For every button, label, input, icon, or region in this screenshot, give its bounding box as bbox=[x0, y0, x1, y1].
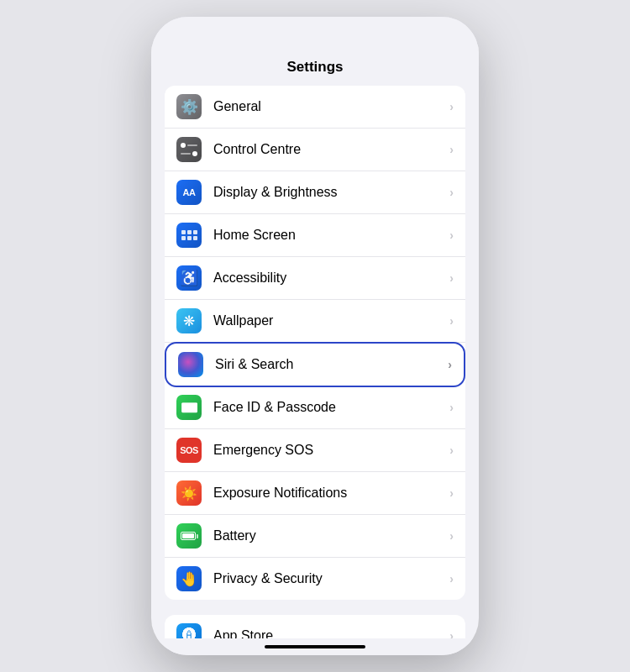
settings-row-siri[interactable]: Siri & Search › bbox=[165, 342, 465, 387]
appstore-chevron: › bbox=[449, 629, 454, 638]
exposure-icon: ☀️ bbox=[176, 480, 202, 506]
faceid-icon: 🪪 bbox=[176, 395, 202, 420]
siri-icon bbox=[178, 352, 203, 377]
appstore-label: App Store bbox=[213, 628, 449, 638]
settings-group-store: 🅐 App Store › 👛 Wallet & Apple Pay › bbox=[165, 615, 465, 638]
accessibility-icon: ♿ bbox=[176, 265, 202, 291]
faceid-label: Face ID & Passcode bbox=[213, 400, 449, 415]
settings-row-privacy[interactable]: 🤚 Privacy & Security › bbox=[165, 558, 465, 600]
settings-group-main: ⚙️ General › bbox=[165, 86, 465, 600]
battery-icon bbox=[176, 523, 202, 549]
general-label: General bbox=[213, 99, 449, 114]
sos-chevron: › bbox=[449, 444, 454, 457]
settings-row-general[interactable]: ⚙️ General › bbox=[165, 86, 465, 129]
siri-chevron: › bbox=[448, 358, 452, 371]
wallpaper-label: Wallpaper bbox=[213, 313, 449, 328]
sos-label: Emergency SOS bbox=[213, 443, 449, 458]
homescreen-icon bbox=[176, 223, 202, 248]
battery-label: Battery bbox=[213, 528, 449, 543]
settings-row-homescreen[interactable]: Home Screen › bbox=[165, 214, 465, 257]
control-label: Control Centre bbox=[213, 142, 449, 157]
settings-row-appstore[interactable]: 🅐 App Store › bbox=[165, 615, 465, 638]
battery-chevron: › bbox=[449, 529, 454, 543]
home-indicator bbox=[265, 645, 365, 648]
display-label: Display & Brightness bbox=[213, 185, 449, 200]
page-title-bar: Settings bbox=[151, 54, 479, 86]
settings-row-battery[interactable]: Battery › bbox=[165, 515, 465, 558]
homescreen-chevron: › bbox=[449, 228, 454, 242]
accessibility-chevron: › bbox=[449, 271, 454, 285]
wallpaper-icon: ❋ bbox=[176, 308, 202, 333]
sos-icon: SOS bbox=[176, 438, 202, 463]
display-icon: AA bbox=[176, 180, 202, 205]
bottom-bar bbox=[151, 638, 479, 655]
accessibility-label: Accessibility bbox=[213, 270, 449, 286]
exposure-label: Exposure Notifications bbox=[213, 486, 449, 501]
settings-row-faceid[interactable]: 🪪 Face ID & Passcode › bbox=[165, 386, 465, 429]
siri-label: Siri & Search bbox=[215, 357, 448, 372]
privacy-chevron: › bbox=[449, 572, 454, 585]
settings-row-exposure[interactable]: ☀️ Exposure Notifications › bbox=[165, 472, 465, 515]
control-icon bbox=[176, 137, 202, 162]
privacy-label: Privacy & Security bbox=[213, 571, 449, 586]
appstore-icon: 🅐 bbox=[176, 623, 202, 638]
settings-row-control[interactable]: Control Centre › bbox=[165, 129, 465, 171]
privacy-icon: 🤚 bbox=[176, 566, 202, 591]
general-icon: ⚙️ bbox=[176, 94, 202, 119]
settings-row-display[interactable]: AA Display & Brightness › bbox=[165, 171, 465, 214]
page-title: Settings bbox=[151, 59, 479, 76]
scroll-area[interactable]: ⚙️ General › bbox=[151, 86, 479, 638]
general-chevron: › bbox=[449, 100, 454, 113]
wallpaper-chevron: › bbox=[449, 314, 454, 328]
faceid-chevron: › bbox=[449, 401, 454, 414]
homescreen-label: Home Screen bbox=[213, 228, 449, 243]
settings-row-sos[interactable]: SOS Emergency SOS › bbox=[165, 429, 465, 472]
settings-row-wallpaper[interactable]: ❋ Wallpaper › bbox=[165, 300, 465, 343]
control-chevron: › bbox=[449, 143, 454, 156]
phone-frame: Settings ⚙️ General › bbox=[151, 17, 479, 655]
display-chevron: › bbox=[449, 186, 454, 199]
status-bar bbox=[151, 17, 479, 54]
settings-row-accessibility[interactable]: ♿ Accessibility › bbox=[165, 257, 465, 300]
exposure-chevron: › bbox=[449, 486, 454, 500]
